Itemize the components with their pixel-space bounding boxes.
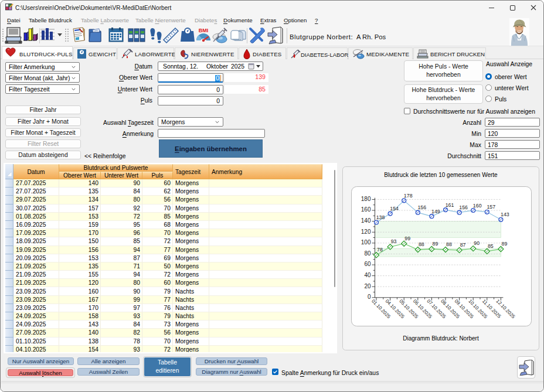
svg-text:BMI: BMI: [199, 28, 209, 33]
svg-text:85: 85: [488, 243, 494, 249]
svg-text:180: 180: [361, 196, 371, 202]
svg-text:80: 80: [364, 250, 371, 257]
svg-text:160: 160: [473, 203, 482, 209]
svg-text:156: 156: [459, 204, 468, 210]
svg-text:99: 99: [404, 236, 410, 241]
svg-text:143: 143: [501, 212, 509, 217]
svg-text:154: 154: [390, 206, 399, 212]
svg-text:120: 120: [361, 229, 371, 235]
svg-text:93: 93: [391, 238, 397, 244]
svg-text:149: 149: [431, 209, 440, 214]
svg-text:Blutdruck die letzten 10 gemes: Blutdruck die letzten 10 gemessenen Wert…: [384, 172, 498, 178]
svg-text:Diagramm Blutdruck: Norbert: Diagramm Blutdruck: Norbert: [403, 335, 479, 342]
svg-text:88: 88: [446, 241, 452, 247]
svg-text:60: 60: [364, 261, 371, 267]
svg-text:156: 156: [417, 204, 426, 210]
svg-text:40: 40: [364, 272, 371, 278]
svg-text:20: 20: [364, 283, 371, 289]
svg-text:140: 140: [361, 217, 371, 224]
svg-text:157: 157: [487, 204, 495, 210]
svg-text:90: 90: [474, 240, 480, 246]
svg-text:160: 160: [361, 206, 371, 213]
svg-text:0: 0: [368, 294, 371, 300]
svg-text:89: 89: [502, 241, 508, 247]
svg-text:88: 88: [419, 241, 424, 247]
svg-text:100: 100: [361, 239, 371, 246]
svg-text:178: 178: [404, 193, 413, 199]
svg-text:78: 78: [377, 247, 383, 253]
svg-text:138: 138: [376, 214, 385, 220]
svg-text:87: 87: [460, 242, 466, 248]
svg-text:89: 89: [433, 241, 438, 247]
svg-text:161: 161: [446, 202, 454, 208]
